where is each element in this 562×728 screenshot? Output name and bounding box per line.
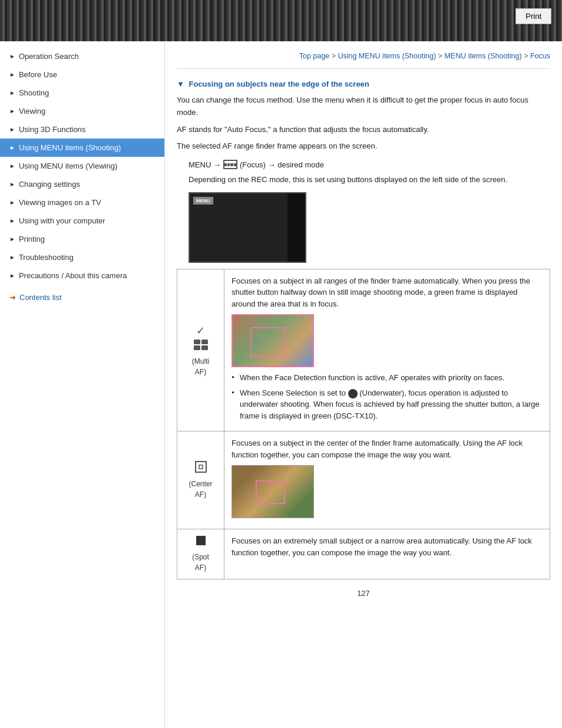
breadcrumb-sep2: > — [438, 52, 445, 60]
table-row-multi-af: ✓ (MultiAF) Focuses on a subject in all … — [177, 269, 550, 431]
sidebar-item-label: Using MENU items (Viewing) — [19, 162, 117, 170]
sidebar-item-using-menu-shooting[interactable]: ► Using MENU items (Shooting) — [0, 139, 164, 157]
sidebar-item-label: Operation Search — [19, 52, 79, 61]
bullet-face-detection: When the Face Detection function is acti… — [232, 372, 543, 384]
multi-af-desc-text: Focuses on a subject in all ranges of th… — [232, 275, 543, 310]
breadcrumb-sep3: > — [524, 52, 530, 60]
multi-af-label: (MultiAF) — [184, 356, 217, 377]
sidebar-item-before-use[interactable]: ► Before Use — [0, 65, 164, 84]
focus-table: ✓ (MultiAF) Focuses on a subject in all … — [177, 269, 550, 579]
para3: The selected AF range finder frame appea… — [177, 140, 550, 153]
sidebar-item-using-3d[interactable]: ► Using 3D Functions — [0, 120, 164, 139]
sidebar-item-using-computer[interactable]: ► Using with your computer — [0, 212, 164, 230]
arrow-icon: ► — [9, 144, 15, 151]
center-af-icon-cell: (CenterAF) — [177, 431, 224, 529]
contents-list-link[interactable]: ➔ Contents list — [0, 285, 164, 307]
camera-menu-button: MENU — [193, 197, 213, 205]
arrow-icon: ► — [9, 199, 15, 206]
arrow-icon: ► — [9, 126, 15, 133]
svg-rect-0 — [194, 340, 200, 344]
para1: You can change the focus method. Use the… — [177, 94, 550, 119]
breadcrumb-sep1: > — [332, 52, 338, 60]
triangle-icon: ▼ — [177, 80, 184, 88]
camera-right-block — [287, 193, 305, 262]
breadcrumb-top-page[interactable]: Top page — [299, 52, 329, 60]
arrow-icon: ► — [9, 218, 15, 224]
sidebar-item-label: Viewing images on a TV — [19, 198, 101, 207]
sidebar-item-shooting[interactable]: ► Shooting — [0, 84, 164, 102]
checkmark-icon: ✓ — [196, 323, 205, 339]
focus-dot-1 — [224, 163, 227, 166]
sidebar-item-printing[interactable]: ► Printing — [0, 230, 164, 248]
svg-rect-5 — [199, 465, 203, 469]
focus-dot-3 — [230, 163, 233, 166]
center-af-focus-frame — [256, 480, 285, 504]
multi-af-description-cell: Focuses on a subject in all ranges of th… — [224, 269, 550, 431]
svg-rect-3 — [201, 345, 208, 350]
arrow-icon: ► — [9, 181, 15, 187]
arrow-icon: ► — [9, 71, 15, 78]
breadcrumb-using-menu-shooting[interactable]: Using MENU items (Shooting) — [338, 52, 436, 60]
arrow-icon: ► — [9, 53, 15, 60]
arrow-icon: ► — [9, 90, 15, 96]
para2: AF stands for "Auto Focus," a function t… — [177, 124, 550, 136]
sidebar-item-label: Using MENU items (Shooting) — [19, 143, 121, 152]
spot-af-desc-text: Focuses on an extremely small subject or… — [232, 535, 543, 558]
multi-af-bullets: When the Face Detection function is acti… — [232, 372, 543, 421]
center-af-label: (CenterAF) — [184, 479, 217, 500]
sidebar-item-label: Changing settings — [19, 180, 80, 189]
camera-diagram: MENU — [189, 192, 306, 263]
page-number: 127 — [177, 579, 550, 598]
sidebar-item-label: Printing — [19, 235, 45, 243]
spot-af-description-cell: Focuses on an extremely small subject or… — [224, 529, 550, 579]
sidebar-item-label: Viewing — [19, 107, 45, 116]
focus-dot-2 — [227, 163, 230, 166]
sidebar-item-label: Troubleshooting — [19, 253, 74, 262]
print-button[interactable]: Print — [515, 8, 551, 24]
main-layout: ► Operation Search ► Before Use ► Shooti… — [0, 41, 562, 728]
sidebar-item-operation-search[interactable]: ► Operation Search — [0, 47, 164, 65]
breadcrumb-menu-items-shooting[interactable]: MENU items (Shooting) — [444, 52, 521, 60]
center-af-photo — [232, 465, 314, 518]
section-heading-text: Focusing on subjects near the edge of th… — [189, 80, 369, 88]
content-area: Top page > Using MENU items (Shooting) >… — [165, 41, 562, 728]
bullet-underwater: When Scene Selection is set to (Underwat… — [232, 387, 543, 422]
table-row-spot-af: (SpotAF) Focuses on an extremely small s… — [177, 529, 550, 579]
svg-rect-6 — [196, 536, 206, 545]
sidebar-item-label: Using with your computer — [19, 216, 105, 225]
sidebar: ► Operation Search ► Before Use ► Shooti… — [0, 41, 165, 728]
contents-list-label: Contents list — [19, 293, 62, 302]
sidebar-item-viewing-tv[interactable]: ► Viewing images on a TV — [0, 193, 164, 212]
breadcrumb-focus[interactable]: Focus — [530, 52, 550, 60]
menu-label: MENU → — [189, 160, 221, 169]
menu-focus-label: (Focus) → desired mode — [240, 160, 324, 169]
menu-line: MENU → (Focus) → desired mode — [189, 160, 550, 169]
breadcrumb: Top page > Using MENU items (Shooting) >… — [177, 47, 550, 69]
rec-mode-note: Depending on the REC mode, this is set u… — [189, 174, 550, 186]
arrow-icon: ► — [9, 163, 15, 169]
arrow-right-icon: ➔ — [9, 293, 16, 302]
center-af-description-cell: Focuses on a subject in the center of th… — [224, 431, 550, 529]
underwater-icon — [348, 389, 358, 398]
sidebar-item-using-menu-viewing[interactable]: ► Using MENU items (Viewing) — [0, 157, 164, 175]
multi-af-icon-cell: ✓ (MultiAF) — [177, 269, 224, 431]
spot-af-label: (SpotAF) — [184, 552, 217, 573]
multi-af-svg-icon — [193, 339, 209, 351]
focus-icon — [223, 160, 237, 169]
sidebar-item-viewing[interactable]: ► Viewing — [0, 102, 164, 120]
arrow-icon: ► — [9, 272, 15, 279]
svg-rect-1 — [201, 340, 208, 344]
header-bar: Print — [0, 0, 562, 41]
table-row-center-af: (CenterAF) Focuses on a subject in the c… — [177, 431, 550, 529]
sidebar-item-troubleshooting[interactable]: ► Troubleshooting — [0, 248, 164, 266]
svg-rect-4 — [196, 462, 206, 472]
sidebar-item-label: Before Use — [19, 70, 57, 79]
sidebar-item-precautions[interactable]: ► Precautions / About this camera — [0, 266, 164, 285]
spot-af-svg-icon — [196, 535, 206, 546]
focus-dot-4 — [234, 163, 236, 166]
multi-af-focus-frame — [250, 327, 286, 357]
multi-af-photo — [232, 314, 314, 367]
center-af-desc-text: Focuses on a subject in the center of th… — [232, 437, 543, 460]
sidebar-item-changing-settings[interactable]: ► Changing settings — [0, 175, 164, 193]
svg-rect-2 — [194, 345, 200, 350]
